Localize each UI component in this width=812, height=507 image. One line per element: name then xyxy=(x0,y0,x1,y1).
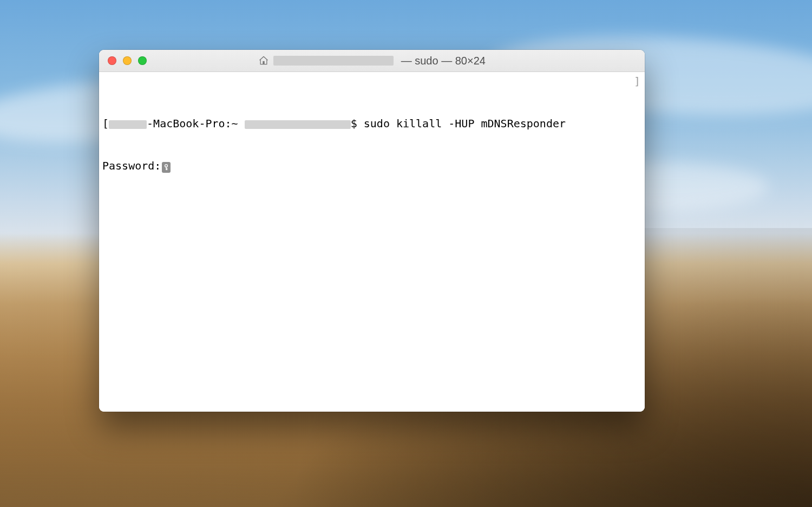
terminal-window[interactable]: — sudo — 80×24 ] [-MacBook-Pro:~ $ sudo … xyxy=(99,50,645,412)
key-icon xyxy=(162,162,171,173)
prompt-open-bracket: [ xyxy=(102,117,109,130)
command-text: $ sudo killall -HUP mDNSResponder xyxy=(351,117,566,130)
terminal-line-2: Password: xyxy=(102,159,641,173)
prompt-host-path: -MacBook-Pro:~ xyxy=(147,117,245,130)
svg-rect-0 xyxy=(263,61,264,64)
prompt-close-bracket: ] xyxy=(634,74,640,88)
close-button[interactable] xyxy=(108,56,116,65)
redacted-title-text xyxy=(273,56,394,66)
zoom-button[interactable] xyxy=(138,56,147,65)
redacted-hostname-part xyxy=(109,120,147,129)
home-icon xyxy=(258,55,269,66)
terminal-line-1: [-MacBook-Pro:~ $ sudo killall -HUP mDNS… xyxy=(102,116,641,131)
redacted-username xyxy=(245,120,351,129)
password-prompt-label: Password: xyxy=(102,159,161,172)
window-titlebar[interactable]: — sudo — 80×24 xyxy=(99,50,645,72)
terminal-output[interactable]: ] [-MacBook-Pro:~ $ sudo killall -HUP mD… xyxy=(99,72,645,412)
svg-point-1 xyxy=(165,165,168,167)
window-controls xyxy=(99,56,147,65)
window-title: — sudo — 80×24 xyxy=(398,55,486,67)
minimize-button[interactable] xyxy=(123,56,132,65)
